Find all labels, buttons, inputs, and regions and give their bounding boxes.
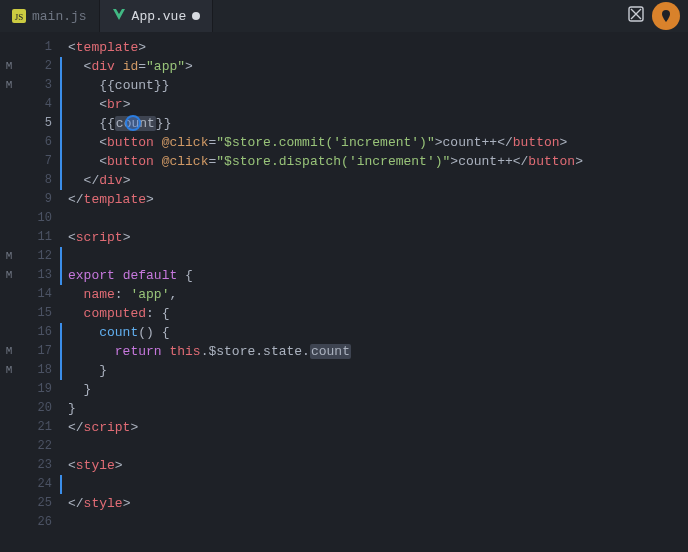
scm-marker [0, 437, 18, 456]
avatar[interactable] [652, 2, 680, 30]
scm-marker [0, 475, 18, 494]
code-line[interactable]: name: 'app', [62, 285, 656, 304]
code-area[interactable]: <template> <div id="app"> {{count}} <br>… [62, 32, 656, 552]
scm-marker [0, 323, 18, 342]
code-line[interactable]: <template> [62, 38, 656, 57]
svg-marker-2 [113, 9, 125, 20]
code-line[interactable]: </script> [62, 418, 656, 437]
svg-text:JS: JS [15, 12, 24, 22]
line-number: 2 [18, 57, 62, 76]
code-line[interactable] [62, 475, 656, 494]
code-line[interactable]: return this.$store.state.count [62, 342, 656, 361]
scm-marker [0, 456, 18, 475]
line-number: 12 [18, 247, 62, 266]
line-number: 17 [18, 342, 62, 361]
scm-marker [0, 513, 18, 532]
line-number: 18 [18, 361, 62, 380]
scm-marker [0, 228, 18, 247]
line-number: 11 [18, 228, 62, 247]
code-line[interactable]: } [62, 399, 656, 418]
code-line[interactable]: <button @click="$store.commit('increment… [62, 133, 656, 152]
line-number: 23 [18, 456, 62, 475]
scm-marker-strip: MMMMMM [0, 32, 18, 552]
scm-marker [0, 399, 18, 418]
line-number: 3 [18, 76, 62, 95]
tab-label: main.js [32, 9, 87, 24]
line-number: 25 [18, 494, 62, 513]
line-number: 1 [18, 38, 62, 57]
line-number: 19 [18, 380, 62, 399]
code-line[interactable]: computed: { [62, 304, 656, 323]
scm-marker [0, 190, 18, 209]
code-line[interactable] [62, 209, 656, 228]
editor-top-right [628, 2, 680, 30]
code-line[interactable] [62, 437, 656, 456]
vue-icon [112, 7, 126, 25]
line-number: 4 [18, 95, 62, 114]
code-line[interactable]: <div id="app"> [62, 57, 656, 76]
line-number: 26 [18, 513, 62, 532]
dirty-dot-icon [192, 12, 200, 20]
code-line[interactable]: } [62, 380, 656, 399]
scm-marker [0, 38, 18, 57]
scm-marker [0, 133, 18, 152]
code-line[interactable]: } [62, 361, 656, 380]
tab-label: App.vue [132, 9, 187, 24]
scm-marker [0, 209, 18, 228]
line-number: 21 [18, 418, 62, 437]
code-line[interactable] [62, 247, 656, 266]
scm-marker: M [0, 76, 18, 95]
line-number: 24 [18, 475, 62, 494]
scm-marker: M [0, 247, 18, 266]
scm-marker: M [0, 361, 18, 380]
code-line[interactable]: export default { [62, 266, 656, 285]
scm-marker [0, 171, 18, 190]
scm-marker [0, 95, 18, 114]
code-line[interactable]: {{count}} [62, 114, 656, 133]
scm-marker [0, 152, 18, 171]
scm-marker: M [0, 266, 18, 285]
tab-main-js[interactable]: JS main.js [0, 0, 100, 32]
code-line[interactable]: {{count}} [62, 76, 656, 95]
code-line[interactable]: </template> [62, 190, 656, 209]
line-number: 6 [18, 133, 62, 152]
code-line[interactable]: </div> [62, 171, 656, 190]
editor-tabs: JS main.js App.vue [0, 0, 688, 32]
line-number: 14 [18, 285, 62, 304]
scm-marker [0, 418, 18, 437]
line-number: 15 [18, 304, 62, 323]
scm-marker: M [0, 57, 18, 76]
line-number: 16 [18, 323, 62, 342]
scm-marker [0, 114, 18, 133]
scm-marker [0, 380, 18, 399]
line-number: 20 [18, 399, 62, 418]
line-number: 10 [18, 209, 62, 228]
line-number: 13 [18, 266, 62, 285]
javascript-icon: JS [12, 9, 26, 23]
code-line[interactable]: <button @click="$store.dispatch('increme… [62, 152, 656, 171]
minimap[interactable] [656, 32, 688, 552]
line-number: 9 [18, 190, 62, 209]
code-line[interactable]: count() { [62, 323, 656, 342]
line-number: 22 [18, 437, 62, 456]
compare-icon[interactable] [628, 6, 644, 26]
tab-app-vue[interactable]: App.vue [100, 0, 214, 32]
line-number-gutter: 1234567891011121314151617181920212223242… [18, 32, 62, 552]
line-number: 7 [18, 152, 62, 171]
line-number: 8 [18, 171, 62, 190]
code-line[interactable]: <br> [62, 95, 656, 114]
scm-marker [0, 304, 18, 323]
scm-marker: M [0, 342, 18, 361]
scm-marker [0, 494, 18, 513]
code-line[interactable]: <script> [62, 228, 656, 247]
code-line[interactable] [62, 513, 656, 532]
code-line[interactable]: <style> [62, 456, 656, 475]
scm-marker [0, 285, 18, 304]
editor: MMMMMM 123456789101112131415161718192021… [0, 32, 688, 552]
line-number: 5 [18, 114, 62, 133]
code-line[interactable]: </style> [62, 494, 656, 513]
